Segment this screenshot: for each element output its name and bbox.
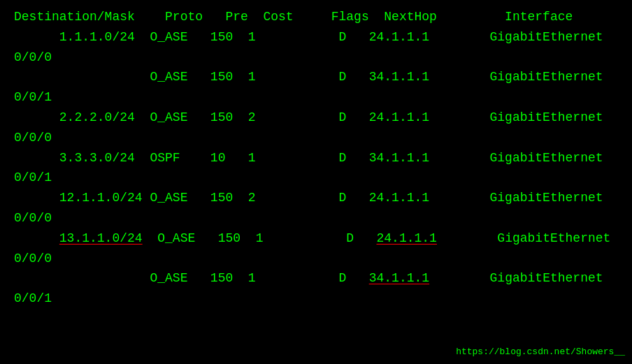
route-2-line2: 0/0/0 [14, 128, 618, 148]
route-4-line1: 12.1.1.0/24 O_ASE 150 2 D 24.1.1.1 Gigab… [14, 188, 618, 208]
route-2-line1: 2.2.2.0/24 O_ASE 150 2 D 24.1.1.1 Gigabi… [14, 108, 618, 128]
route-1-line1: 1.1.1.0/24 O_ASE 150 1 D 24.1.1.1 Gigabi… [14, 27, 618, 48]
route-5-nexthop2: 34.1.1.1 [369, 271, 429, 285]
route-1-line3: O_ASE 150 1 D 34.1.1.1 GigabitEthernet [14, 67, 618, 87]
route-5-line4: 0/0/1 [14, 289, 618, 309]
route-1-line2: 0/0/0 [14, 48, 618, 68]
route-4-line2: 0/0/0 [14, 208, 618, 228]
route-3-line1: 3.3.3.0/24 OSPF 10 1 D 34.1.1.1 GigabitE… [14, 148, 618, 168]
header-row: Destination/Mask Proto Pre Cost Flags Ne… [14, 7, 618, 27]
route-5-dest: 13.1.1.0/24 [59, 231, 143, 245]
route-5-nexthop: 24.1.1.1 [377, 231, 437, 245]
route-5-line1: 13.1.1.0/24 O_ASE 150 1 D 24.1.1.1 Gigab… [14, 228, 618, 249]
terminal-window: Destination/Mask Proto Pre Cost Flags Ne… [0, 0, 632, 364]
route-1-line4: 0/0/1 [14, 87, 618, 108]
watermark: https://blog.csdn.net/Showers__ [456, 347, 625, 357]
route-5-line3: O_ASE 150 1 D 34.1.1.1 GigabitEthernet [14, 268, 618, 289]
route-3-line2: 0/0/1 [14, 168, 618, 188]
route-5-line2: 0/0/0 [14, 249, 618, 269]
